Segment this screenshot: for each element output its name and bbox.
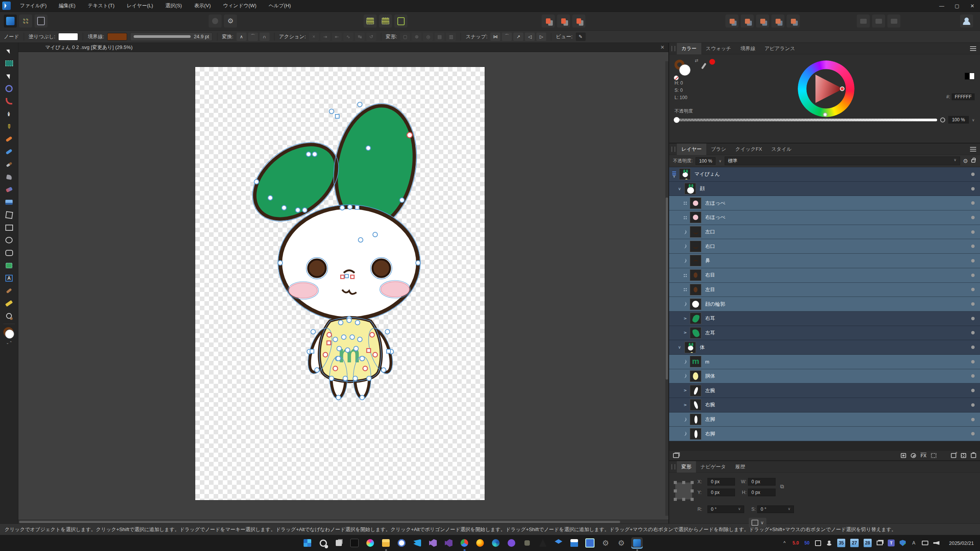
toolbar-button[interactable] bbox=[224, 15, 237, 28]
tab-swatches[interactable]: スウォッチ bbox=[701, 43, 736, 54]
toolbar-button[interactable] bbox=[379, 15, 392, 28]
taskbar-app-icon[interactable] bbox=[364, 537, 376, 549]
toolbar-button[interactable] bbox=[394, 15, 407, 28]
layer-thumbnail[interactable] bbox=[690, 356, 701, 367]
layer-row[interactable]: 左ほっぺ bbox=[669, 196, 980, 210]
layer-row[interactable]: マイぴょん bbox=[669, 167, 980, 182]
convert-node-button[interactable]: ⌒ bbox=[248, 33, 258, 41]
deform-button[interactable]: ◎ bbox=[423, 33, 433, 41]
deform-button[interactable]: ▢ bbox=[400, 33, 410, 41]
tray-icon[interactable]: 27 bbox=[850, 539, 858, 547]
w-field[interactable]: 0 px bbox=[748, 478, 776, 486]
panel-menu-icon[interactable] bbox=[970, 147, 976, 152]
fill-stroke-swatch-widget[interactable]: ⌄⌃ bbox=[2, 326, 17, 343]
convert-node-button[interactable]: ∩ bbox=[260, 33, 270, 41]
tab-transform[interactable]: 変形 bbox=[677, 461, 696, 473]
tab-stroke[interactable]: 境界線 bbox=[736, 43, 760, 54]
taskbar-app-icon[interactable] bbox=[459, 537, 470, 549]
window-control-button[interactable]: ▢ bbox=[949, 0, 965, 11]
tool-button[interactable] bbox=[2, 171, 17, 183]
layer-expand-icon[interactable] bbox=[669, 170, 679, 179]
tool-button[interactable] bbox=[2, 272, 17, 284]
canvas-viewport[interactable]: m bbox=[18, 52, 668, 520]
layer-expand-icon[interactable] bbox=[680, 432, 690, 436]
opacity-value[interactable]: 100 % bbox=[948, 116, 969, 124]
taskbar-app-icon[interactable] bbox=[380, 537, 392, 549]
picked-color-swatch[interactable] bbox=[709, 59, 715, 65]
edit-all-layers-icon[interactable] bbox=[673, 453, 679, 458]
menu-item[interactable]: ファイル(F) bbox=[14, 0, 53, 11]
deform-button[interactable]: ⊕ bbox=[412, 33, 421, 41]
layer-row[interactable]: 鼻 bbox=[669, 254, 980, 268]
tray-icon[interactable]: 50 bbox=[804, 539, 810, 547]
layer-row[interactable]: 左口 bbox=[669, 225, 980, 240]
layer-visibility-dot[interactable] bbox=[971, 201, 975, 205]
toolbar-button[interactable] bbox=[19, 15, 32, 28]
layer-visibility-dot[interactable] bbox=[971, 230, 975, 234]
layer-visibility-dot[interactable] bbox=[971, 403, 975, 407]
menu-item[interactable]: テキスト(T) bbox=[82, 0, 121, 11]
tray-icon[interactable] bbox=[900, 540, 906, 546]
tool-button[interactable] bbox=[2, 234, 17, 246]
taskbar-app-icon[interactable] bbox=[616, 537, 627, 549]
tool-button[interactable] bbox=[2, 82, 17, 95]
swap-colors-icon[interactable]: ⌄⌃ bbox=[6, 341, 13, 345]
tab-styles[interactable]: スタイル bbox=[767, 143, 796, 155]
tool-button[interactable] bbox=[2, 183, 17, 196]
layer-row[interactable]: 右脚 bbox=[669, 427, 980, 441]
tray-icon[interactable]: T bbox=[888, 540, 895, 546]
close-document-icon[interactable]: ✕ bbox=[660, 44, 665, 50]
tab-navigator[interactable]: ナビゲータ bbox=[696, 461, 730, 473]
layer-expand-icon[interactable] bbox=[680, 316, 690, 321]
toolbar-button[interactable] bbox=[34, 15, 47, 28]
tool-button[interactable] bbox=[2, 310, 17, 322]
menu-item[interactable]: ヘルプ(H) bbox=[263, 0, 297, 11]
layer-expand-icon[interactable] bbox=[680, 374, 690, 378]
shear-field[interactable]: 0 °∨ bbox=[757, 505, 794, 513]
layer-expand-icon[interactable] bbox=[680, 259, 690, 263]
taskbar-app-icon[interactable] bbox=[317, 537, 329, 549]
layer-expand-icon[interactable] bbox=[680, 244, 690, 248]
taskbar-app-icon[interactable] bbox=[396, 537, 407, 549]
stroke-width-slider[interactable]: 24.9 pt bbox=[130, 33, 212, 41]
taskbar-app-icon[interactable] bbox=[553, 537, 564, 549]
layer-visibility-dot[interactable] bbox=[971, 346, 975, 349]
taskbar-app-icon[interactable] bbox=[302, 537, 313, 549]
taskbar-app-icon[interactable] bbox=[631, 537, 643, 549]
panel-menu-icon[interactable] bbox=[970, 46, 976, 51]
layer-visibility-dot[interactable] bbox=[971, 331, 975, 334]
tool-button[interactable] bbox=[2, 284, 17, 297]
transform-options-button[interactable]: ∨ bbox=[749, 518, 766, 528]
fill-color-swatch[interactable] bbox=[58, 33, 78, 41]
deform-button[interactable]: ▥ bbox=[446, 33, 456, 41]
chevron-down-icon[interactable]: ∨ bbox=[972, 118, 975, 122]
snap-button[interactable]: ⌒ bbox=[502, 33, 512, 41]
panel-grip[interactable] bbox=[671, 147, 675, 152]
layer-row[interactable]: 右目 bbox=[669, 268, 980, 283]
layer-visibility-dot[interactable] bbox=[971, 245, 975, 248]
layer-thumbnail[interactable] bbox=[684, 342, 696, 353]
toolbar-button[interactable] bbox=[771, 15, 784, 28]
layer-row[interactable]: 右口 bbox=[669, 239, 980, 254]
taskbar-app-icon[interactable] bbox=[427, 537, 439, 549]
layer-expand-icon[interactable] bbox=[680, 403, 690, 408]
live-filter-icon[interactable] bbox=[931, 453, 936, 458]
opacity-slider[interactable] bbox=[675, 119, 937, 121]
layer-visibility-dot[interactable] bbox=[971, 259, 975, 262]
layer-thumbnail[interactable] bbox=[690, 399, 701, 411]
layer-row[interactable]: 右腕 bbox=[669, 398, 980, 412]
snap-button[interactable]: ⋈ bbox=[490, 33, 500, 41]
layer-expand-icon[interactable] bbox=[680, 302, 690, 306]
menu-item[interactable]: ウィンドウ(W) bbox=[217, 0, 263, 11]
tool-button[interactable] bbox=[2, 108, 17, 120]
layer-thumbnail[interactable] bbox=[690, 197, 701, 209]
layer-expand-icon[interactable] bbox=[680, 230, 690, 234]
stroke-color-swatch[interactable] bbox=[107, 33, 127, 41]
layer-visibility-dot[interactable] bbox=[971, 389, 975, 392]
layer-visibility-dot[interactable] bbox=[971, 360, 975, 364]
layer-thumbnail[interactable] bbox=[690, 414, 701, 425]
lock-icon[interactable] bbox=[971, 159, 975, 163]
taskbar-app-icon[interactable] bbox=[584, 537, 596, 549]
layer-thumbnail[interactable] bbox=[690, 241, 701, 252]
swap-colors-icon[interactable]: ⇄ bbox=[695, 58, 698, 63]
